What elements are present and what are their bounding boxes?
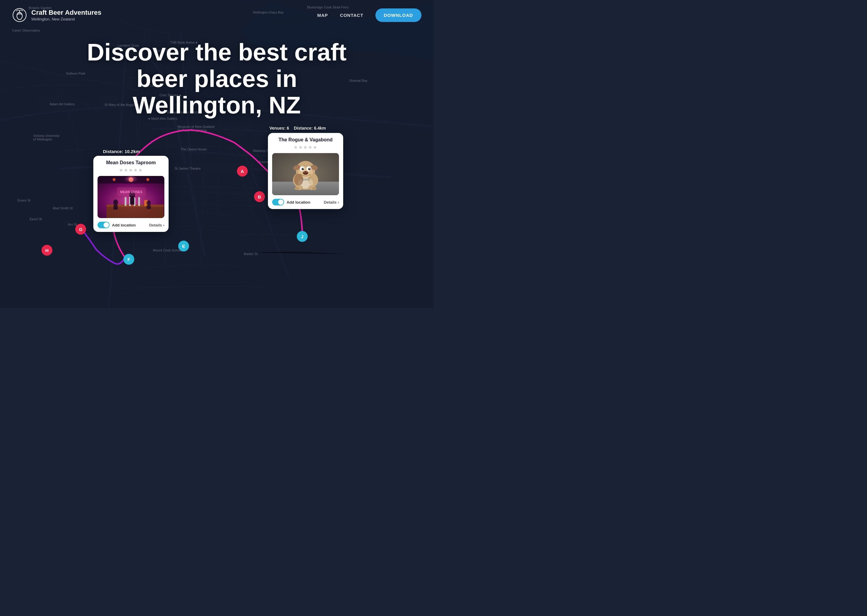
svg-rect-20 (125, 197, 126, 206)
svg-point-17 (146, 178, 149, 181)
map-label-barker: Barker St (244, 252, 258, 256)
pin-h-label: H (46, 248, 49, 253)
map-label-opera: The Opera House (181, 148, 207, 151)
svg-point-44 (303, 168, 304, 169)
svg-point-45 (309, 168, 311, 169)
svg-point-16 (113, 178, 116, 181)
pin-b[interactable]: B (254, 191, 265, 202)
svg-rect-23 (138, 197, 140, 206)
venue2-toggle[interactable] (272, 199, 284, 206)
svg-rect-25 (130, 198, 134, 204)
venue1-toggle-group: Add location (98, 222, 136, 228)
venue2-add-label: Add location (287, 200, 311, 204)
pin-a[interactable]: A (237, 166, 248, 176)
venue-card-vagabond: The Rogue & Vagabond ★★★★★ (268, 133, 343, 209)
pin-j[interactable]: J (297, 231, 308, 242)
svg-point-31 (147, 200, 151, 206)
nav-map-link[interactable]: MAP (317, 13, 328, 18)
pin-b-label: B (258, 194, 261, 200)
venue1-add-label: Add location (112, 223, 136, 227)
distance-value: 6.4km (314, 126, 326, 130)
map-label-victoria: Victoria Universityof Wellington (33, 134, 60, 141)
header: Craft Beer Adventures Wellington, New Ze… (0, 0, 434, 30)
pin-f[interactable]: F (123, 254, 134, 265)
svg-point-29 (113, 200, 118, 206)
venue1-toggle[interactable] (98, 222, 110, 228)
venue2-details-btn[interactable]: Details (324, 200, 339, 204)
brand-logo-icon (12, 8, 27, 22)
svg-point-47 (303, 172, 305, 173)
map-label-essex: Essex St (17, 198, 30, 202)
map-label-aro: Aro St (68, 223, 77, 226)
svg-point-48 (306, 172, 308, 173)
venue1-details-btn[interactable]: Details (149, 223, 164, 227)
svg-point-57 (295, 187, 299, 190)
svg-text:MEAN DOSES: MEAN DOSES (120, 190, 142, 194)
brand-text: Craft Beer Adventures Wellington, New Ze… (31, 9, 101, 21)
nav-contact-link[interactable]: CONTACT (340, 13, 363, 18)
pin-e-label: E (182, 244, 185, 249)
svg-rect-32 (147, 206, 151, 209)
venue2-stars: ★★★★★ (272, 145, 339, 150)
venues-count: 6 (287, 126, 289, 130)
pin-a-label: A (241, 169, 244, 174)
svg-point-15 (123, 176, 139, 185)
venue1-image: MEAN DOSES (98, 176, 164, 218)
map-label-epuni: Epuni St (30, 217, 42, 221)
svg-point-53 (294, 174, 303, 185)
venue2-name: The Rogue & Vagabond (272, 137, 339, 143)
pin-g[interactable]: G (75, 224, 86, 235)
svg-point-54 (308, 174, 317, 185)
svg-point-58 (312, 187, 317, 190)
svg-rect-30 (113, 205, 118, 210)
download-button[interactable]: DOWNLOAD (375, 8, 421, 22)
map-label-james: St James Theatre (175, 167, 201, 170)
distance-label: Distance: (294, 126, 313, 130)
venues-label: Venues: (270, 126, 286, 130)
pin-g-label: G (79, 227, 82, 232)
pin-j-label: J (301, 234, 303, 239)
pin-e[interactable]: E (178, 240, 189, 251)
brand-location: Wellington, New Zealand (31, 17, 101, 21)
venue1-name: Mean Doses Taproom (98, 160, 164, 165)
main-nav: MAP CONTACT DOWNLOAD (317, 8, 421, 22)
hero-section: Discover the best craft beer places in W… (0, 39, 434, 118)
brand-name: Craft Beer Adventures (31, 9, 101, 17)
venue2-actions: Add location Details (268, 195, 343, 209)
pin-f-label: F (127, 257, 130, 262)
map-label-abel: Abel Smith St (53, 206, 73, 210)
pin-h[interactable]: H (41, 245, 52, 256)
route-info: Venues: 6 Distance: 6.4km (270, 126, 326, 130)
svg-point-46 (303, 171, 308, 175)
venue2-image (272, 153, 339, 195)
venue1-stars: ★★★★★ (98, 167, 164, 173)
card1-distance-label: Distance: 10.2km (103, 149, 140, 154)
hero-headline: Discover the best craft beer places in W… (81, 39, 352, 118)
map-label-tepapa: Museum of New ZealandTe Papa Tongarewa (178, 125, 214, 132)
brand: Craft Beer Adventures Wellington, New Ze… (12, 8, 101, 22)
venue-card-taproom: Mean Doses Taproom ★★★★★ (93, 156, 169, 232)
venue1-actions: Add location Details (93, 218, 169, 232)
venue2-toggle-group: Add location (272, 199, 311, 206)
